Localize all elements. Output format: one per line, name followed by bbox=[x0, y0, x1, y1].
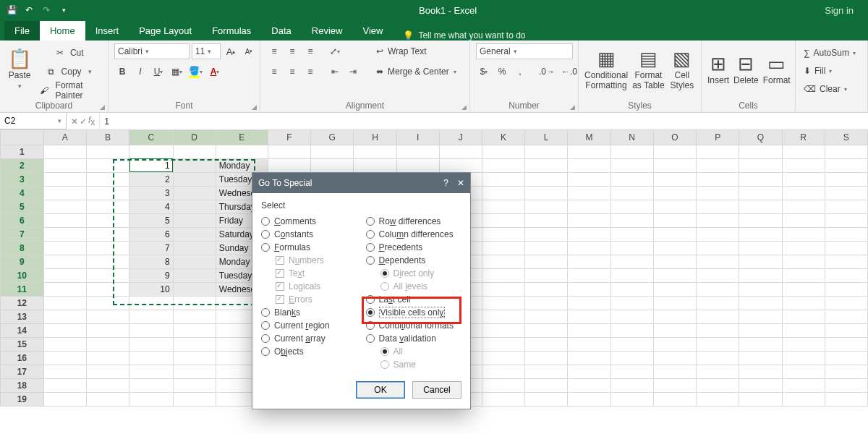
cell-C6[interactable]: 5 bbox=[129, 213, 174, 227]
cell-D7[interactable] bbox=[173, 227, 216, 241]
cell-R11[interactable] bbox=[782, 282, 825, 296]
cell-Q1[interactable] bbox=[739, 145, 782, 158]
cell-A8[interactable] bbox=[43, 241, 86, 255]
cell-O11[interactable] bbox=[653, 282, 696, 296]
column-header-J[interactable]: J bbox=[439, 130, 482, 145]
name-box[interactable]: C2▾ bbox=[0, 113, 67, 129]
cell-P19[interactable] bbox=[697, 392, 739, 406]
cell-C1[interactable] bbox=[129, 145, 174, 158]
cell-R3[interactable] bbox=[782, 172, 825, 186]
cell-L2[interactable] bbox=[525, 158, 568, 172]
cell-B15[interactable] bbox=[86, 337, 129, 351]
cell-S6[interactable] bbox=[825, 213, 867, 227]
cell-M11[interactable] bbox=[568, 282, 610, 296]
align-top-icon[interactable]: ≡ bbox=[266, 43, 282, 59]
format-cells-button[interactable]: ▭Format bbox=[763, 43, 791, 95]
column-header-D[interactable]: D bbox=[173, 130, 216, 145]
cell-R10[interactable] bbox=[782, 268, 825, 282]
cell-N2[interactable] bbox=[610, 158, 653, 172]
cell-Q5[interactable] bbox=[739, 200, 782, 213]
cell-P4[interactable] bbox=[697, 186, 739, 200]
cell-R7[interactable] bbox=[782, 227, 825, 241]
fill-button[interactable]: ⬇Fill▾ bbox=[801, 63, 834, 79]
cell-M8[interactable] bbox=[568, 241, 610, 255]
cell-O1[interactable] bbox=[653, 145, 696, 158]
cell-N13[interactable] bbox=[610, 310, 653, 323]
cell-P10[interactable] bbox=[697, 268, 739, 282]
cell-B10[interactable] bbox=[86, 268, 129, 282]
alignment-launcher-icon[interactable]: ◢ bbox=[461, 103, 467, 111]
cell-A5[interactable] bbox=[43, 200, 86, 213]
cell-G2[interactable] bbox=[311, 158, 354, 172]
paste-button[interactable]: 📋 Paste ▾ bbox=[6, 43, 33, 95]
cell-K15[interactable] bbox=[482, 337, 524, 351]
cell-I1[interactable] bbox=[396, 145, 439, 158]
fill-color-button[interactable]: 🪣▾ bbox=[187, 64, 205, 80]
cell-Q6[interactable] bbox=[739, 213, 782, 227]
cell-M2[interactable] bbox=[568, 158, 610, 172]
cell-S2[interactable] bbox=[825, 158, 867, 172]
cell-K7[interactable] bbox=[482, 227, 524, 241]
clear-button[interactable]: ⌫Clear▾ bbox=[801, 81, 849, 97]
cell-R9[interactable] bbox=[782, 255, 825, 268]
row-header-17[interactable]: 17 bbox=[1, 365, 44, 378]
cell-N3[interactable] bbox=[610, 172, 653, 186]
cell-L3[interactable] bbox=[525, 172, 568, 186]
cell-A15[interactable] bbox=[43, 337, 86, 351]
cell-K17[interactable] bbox=[482, 365, 524, 378]
radio-blanks[interactable]: Blanks bbox=[261, 306, 357, 319]
cell-D3[interactable] bbox=[173, 172, 216, 186]
tab-page-layout[interactable]: Page Layout bbox=[129, 21, 202, 41]
cell-L4[interactable] bbox=[525, 186, 568, 200]
cell-R17[interactable] bbox=[782, 365, 825, 378]
radio-visible-cells-only[interactable]: Visible cells only bbox=[366, 306, 462, 319]
cell-S7[interactable] bbox=[825, 227, 867, 241]
cell-O19[interactable] bbox=[653, 392, 696, 406]
cell-P14[interactable] bbox=[697, 323, 739, 337]
cell-N14[interactable] bbox=[610, 323, 653, 337]
cell-K12[interactable] bbox=[482, 296, 524, 310]
cell-C17[interactable] bbox=[129, 365, 174, 378]
decrease-font-icon[interactable]: A▾ bbox=[241, 43, 257, 59]
tab-insert[interactable]: Insert bbox=[85, 21, 129, 41]
copy-button[interactable]: ⧉ Copy ▾ bbox=[38, 64, 102, 80]
column-header-P[interactable]: P bbox=[697, 130, 739, 145]
column-header-Q[interactable]: Q bbox=[739, 130, 782, 145]
cell-O5[interactable] bbox=[653, 200, 696, 213]
row-header-6[interactable]: 6 bbox=[1, 213, 44, 227]
cell-L1[interactable] bbox=[525, 145, 568, 158]
cell-A9[interactable] bbox=[43, 255, 86, 268]
cell-M19[interactable] bbox=[568, 392, 610, 406]
radio-objects[interactable]: Objects bbox=[261, 345, 357, 358]
column-header-H[interactable]: H bbox=[354, 130, 396, 145]
radio-constants[interactable]: Constants bbox=[261, 228, 357, 241]
cell-Q10[interactable] bbox=[739, 268, 782, 282]
cell-A7[interactable] bbox=[43, 227, 86, 241]
radio-precedents[interactable]: Precedents bbox=[366, 241, 462, 254]
cell-K5[interactable] bbox=[482, 200, 524, 213]
cell-J2[interactable] bbox=[439, 158, 482, 172]
cell-K16[interactable] bbox=[482, 351, 524, 365]
cell-M17[interactable] bbox=[568, 365, 610, 378]
cell-A17[interactable] bbox=[43, 365, 86, 378]
cell-Q19[interactable] bbox=[739, 392, 782, 406]
cell-N18[interactable] bbox=[610, 378, 653, 392]
column-header-N[interactable]: N bbox=[610, 130, 653, 145]
redo-icon[interactable]: ↷ bbox=[39, 3, 54, 17]
radio-data-validation[interactable]: Data validation bbox=[366, 332, 462, 345]
ok-button[interactable]: OK bbox=[356, 381, 405, 399]
cell-M9[interactable] bbox=[568, 255, 610, 268]
cell-B19[interactable] bbox=[86, 392, 129, 406]
cell-A19[interactable] bbox=[43, 392, 86, 406]
cell-B13[interactable] bbox=[86, 310, 129, 323]
cell-M1[interactable] bbox=[568, 145, 610, 158]
radio-column-differences[interactable]: Column differences bbox=[366, 228, 462, 241]
cell-B2[interactable] bbox=[86, 158, 129, 172]
cell-B11[interactable] bbox=[86, 282, 129, 296]
cell-D8[interactable] bbox=[173, 241, 216, 255]
cell-N6[interactable] bbox=[610, 213, 653, 227]
cell-L18[interactable] bbox=[525, 378, 568, 392]
cell-B14[interactable] bbox=[86, 323, 129, 337]
cell-B7[interactable] bbox=[86, 227, 129, 241]
cell-C5[interactable]: 4 bbox=[129, 200, 174, 213]
